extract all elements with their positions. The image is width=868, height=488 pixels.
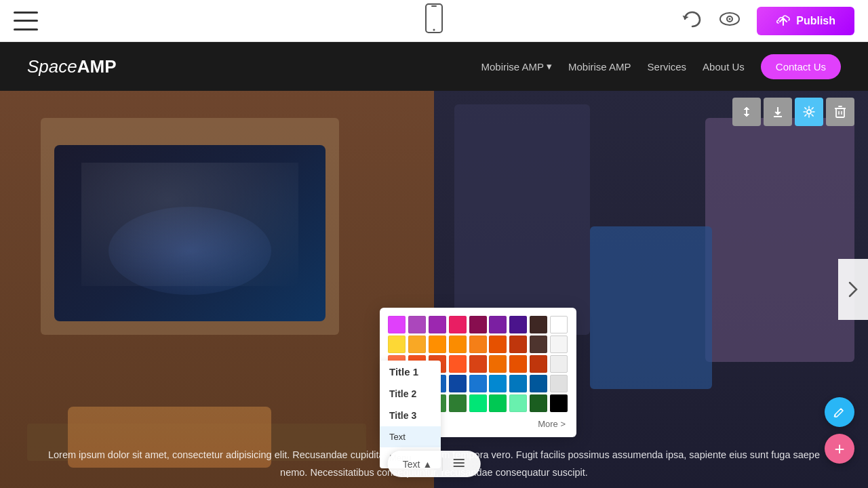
color-swatch[interactable]	[489, 336, 507, 353]
svg-rect-0	[426, 4, 442, 33]
color-swatch[interactable]	[449, 316, 467, 333]
toolbar-center	[425, 3, 443, 38]
style-title2[interactable]: Title 2	[380, 383, 441, 405]
logo-bold: AMP	[77, 56, 117, 77]
settings-button[interactable]	[795, 98, 823, 126]
color-swatch[interactable]	[489, 394, 507, 412]
color-swatch[interactable]	[530, 316, 547, 333]
arrow-up-icon: ▲	[422, 459, 432, 470]
color-swatch[interactable]	[489, 316, 507, 333]
add-fab-button[interactable]: +	[825, 434, 854, 464]
float-toolbar	[732, 98, 854, 126]
contact-us-button[interactable]: Contact Us	[761, 54, 841, 79]
color-swatch-black[interactable]	[550, 394, 568, 412]
svg-rect-11	[836, 108, 844, 117]
color-swatch[interactable]	[429, 336, 446, 353]
site-logo: SpaceAMP	[27, 56, 117, 77]
top-toolbar: Publish	[0, 0, 868, 42]
color-swatch[interactable]	[489, 375, 507, 392]
color-swatch[interactable]	[509, 336, 527, 353]
color-swatch[interactable]	[489, 355, 507, 373]
svg-point-10	[807, 110, 811, 114]
style-title3[interactable]: Title 3	[380, 405, 441, 426]
color-swatch[interactable]	[469, 316, 487, 333]
style-text[interactable]: Text	[380, 426, 441, 447]
svg-line-19	[841, 409, 843, 411]
nav-links: Mobirise AMP ▾ Mobirise AMP Services Abo…	[481, 54, 842, 79]
color-swatch[interactable]	[550, 336, 568, 353]
sort-button[interactable]	[732, 98, 761, 126]
color-swatch[interactable]	[530, 355, 547, 373]
color-swatch[interactable]	[449, 375, 467, 392]
hero-next-arrow[interactable]	[838, 259, 868, 320]
edit-fab-button[interactable]	[825, 397, 854, 427]
color-swatch[interactable]	[388, 316, 406, 333]
svg-rect-1	[431, 5, 437, 7]
color-swatch[interactable]	[469, 375, 487, 392]
logo-italic: Space	[27, 56, 77, 77]
align-button[interactable]	[448, 455, 469, 473]
hero-section: Lorem ipsum dolor sit amet, consectetur …	[0, 91, 868, 488]
hamburger-menu[interactable]	[14, 12, 38, 30]
color-swatch[interactable]	[469, 394, 487, 412]
delete-button[interactable]	[826, 98, 854, 126]
color-swatch[interactable]	[449, 394, 467, 412]
color-swatch[interactable]	[509, 316, 527, 333]
color-swatch[interactable]	[550, 355, 568, 373]
align-icon	[452, 458, 465, 470]
nav-link-about[interactable]: About Us	[703, 61, 745, 73]
bottom-inline-toolbar: Text ▲	[388, 451, 481, 477]
color-swatch[interactable]	[408, 336, 426, 353]
nav-bar: SpaceAMP Mobirise AMP ▾ Mobirise AMP Ser…	[0, 42, 868, 91]
color-swatch[interactable]	[429, 316, 446, 333]
preview-eye-icon[interactable]	[719, 12, 741, 30]
svg-point-2	[433, 29, 435, 31]
svg-point-5	[729, 18, 731, 20]
cloud-upload-icon	[776, 14, 791, 28]
style-title1[interactable]: Title 1	[380, 361, 441, 383]
undo-icon[interactable]	[682, 10, 703, 32]
color-swatch[interactable]	[388, 336, 406, 353]
toolbar-right: Publish	[682, 7, 854, 35]
toolbar-left	[14, 12, 38, 30]
color-swatch[interactable]	[408, 316, 426, 333]
color-swatch[interactable]	[530, 394, 547, 412]
color-swatch[interactable]	[550, 375, 568, 392]
color-swatch[interactable]	[509, 355, 527, 373]
color-swatch[interactable]	[469, 336, 487, 353]
nav-link-mobirise2[interactable]: Mobirise AMP	[568, 61, 631, 73]
nav-link-services[interactable]: Services	[648, 61, 687, 73]
publish-button[interactable]: Publish	[757, 7, 854, 35]
color-swatch[interactable]	[469, 355, 487, 373]
color-swatch[interactable]	[449, 336, 467, 353]
download-button[interactable]	[764, 98, 792, 126]
publish-label: Publish	[796, 15, 835, 27]
color-swatch[interactable]	[509, 394, 527, 412]
text-style-button[interactable]: Text ▲	[399, 456, 437, 472]
nav-link-mobirise1[interactable]: Mobirise AMP ▾	[481, 60, 553, 73]
chevron-down-icon: ▾	[547, 60, 552, 73]
phone-preview-icon[interactable]	[425, 3, 443, 38]
color-swatch-white[interactable]	[550, 316, 568, 333]
hero-left-image	[0, 91, 434, 488]
color-swatch[interactable]	[530, 375, 547, 392]
color-swatch[interactable]	[530, 336, 547, 353]
toolbar-divider	[441, 458, 442, 471]
color-swatch[interactable]	[449, 355, 467, 373]
color-swatch[interactable]	[509, 375, 527, 392]
